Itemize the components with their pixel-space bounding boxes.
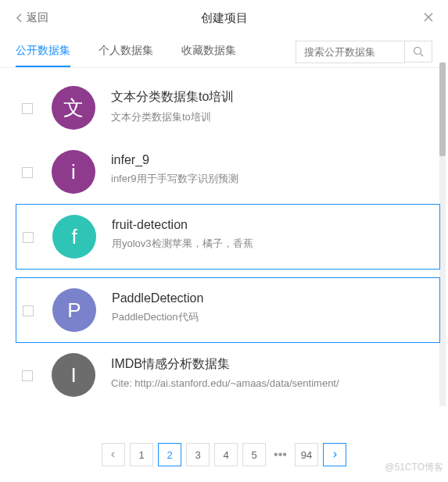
chevron-left-icon [16, 12, 23, 23]
checkbox[interactable] [22, 103, 33, 114]
page-3[interactable]: 3 [186, 443, 210, 466]
avatar: P [52, 288, 96, 332]
page-2[interactable]: 2 [158, 443, 181, 466]
svg-point-0 [414, 48, 421, 55]
tab-public[interactable]: 公开数据集 [16, 36, 70, 67]
tab-favorites[interactable]: 收藏数据集 [181, 36, 236, 67]
page-5[interactable]: 5 [242, 443, 266, 466]
page-4[interactable]: 4 [214, 443, 238, 466]
checkbox[interactable] [22, 370, 33, 381]
checkbox[interactable] [23, 232, 34, 243]
checkbox[interactable] [23, 305, 34, 316]
watermark: @51CTO博客 [385, 461, 443, 474]
item-title: PaddleDetection [112, 291, 433, 305]
close-button[interactable] [423, 10, 434, 27]
tab-personal[interactable]: 个人数据集 [99, 36, 153, 67]
list-item[interactable]: P PaddleDetection PaddleDection代码 [16, 277, 440, 343]
back-button[interactable]: 返回 [16, 11, 48, 25]
item-desc: infer9用于手写数字识别预测 [111, 172, 434, 186]
search-input[interactable] [296, 41, 405, 63]
avatar: f [52, 215, 96, 259]
chevron-right-icon [331, 451, 339, 459]
page-title: 创建项目 [201, 11, 248, 26]
page-next[interactable] [323, 443, 346, 466]
pagination: 1 2 3 4 5 ••• 94 [0, 434, 448, 476]
list-item[interactable]: f fruit-detection 用yolov3检测苹果，橘子，香蕉 [16, 204, 440, 270]
item-title: 文本分类数据集to培训 [111, 89, 434, 105]
item-desc: 文本分类数据集to培训 [111, 110, 434, 124]
page-last[interactable]: 94 [295, 443, 318, 466]
item-desc: PaddleDection代码 [112, 310, 433, 324]
search-icon [413, 46, 424, 57]
dataset-list: 文 文本分类数据集to培训 文本分类数据集to培训 i infer_9 infe… [0, 68, 448, 420]
back-label: 返回 [27, 11, 48, 25]
item-desc: Cite: http://ai.stanford.edu/~amaas/data… [111, 377, 434, 389]
page-prev[interactable] [102, 443, 125, 466]
avatar: i [52, 150, 95, 194]
chevron-left-icon [109, 451, 117, 459]
page-ellipsis: ••• [271, 448, 290, 462]
close-icon [423, 12, 434, 23]
page-1[interactable]: 1 [130, 443, 153, 466]
list-item[interactable]: 文 文本分类数据集to培训 文本分类数据集to培训 [16, 76, 440, 140]
avatar: 文 [52, 86, 95, 130]
list-item[interactable]: I IMDB情感分析数据集 Cite: http://ai.stanford.e… [16, 343, 440, 407]
checkbox[interactable] [22, 167, 33, 178]
list-item[interactable]: i infer_9 infer9用于手写数字识别预测 [16, 140, 440, 204]
avatar: I [52, 353, 95, 397]
search-button[interactable] [405, 41, 432, 62]
item-title: fruit-detection [112, 218, 433, 232]
item-title: infer_9 [111, 153, 434, 167]
item-title: IMDB情感分析数据集 [111, 356, 434, 373]
item-desc: 用yolov3检测苹果，橘子，香蕉 [112, 237, 433, 251]
